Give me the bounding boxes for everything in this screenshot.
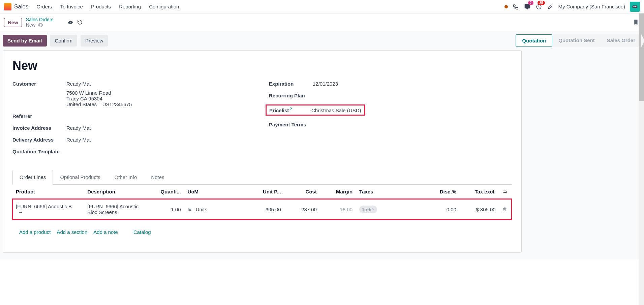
payment-terms-label: Payment Terms [269, 122, 313, 127]
app-icon [4, 3, 11, 10]
customer-addr1: 7500 W Linne Road [66, 90, 132, 96]
app-name: Sales [14, 3, 29, 10]
messages-icon[interactable]: 2 [524, 3, 531, 10]
cell-uom[interactable]: Units [184, 199, 220, 220]
order-lines-table: Product Description Quanti... UoM Unit P… [12, 185, 512, 244]
top-navigation: Sales Orders To Invoice Products Reporti… [0, 0, 644, 13]
add-product-link[interactable]: Add a product [19, 229, 51, 235]
col-quantity[interactable]: Quanti... [152, 185, 184, 199]
col-discount[interactable]: Disc.% [399, 185, 459, 199]
action-bar: Send by Email Confirm Preview Quotation … [3, 33, 641, 50]
menu-orders[interactable]: Orders [37, 4, 52, 9]
svg-rect-1 [633, 5, 638, 8]
quotation-template-label: Quotation Template [12, 149, 66, 154]
col-settings-icon[interactable] [499, 185, 512, 199]
scrollbar[interactable] [639, 13, 644, 260]
menu-configuration[interactable]: Configuration [149, 4, 179, 9]
add-section-link[interactable]: Add a section [57, 229, 87, 235]
undo-icon[interactable] [77, 20, 83, 25]
tax-tag[interactable]: 15% × [359, 206, 377, 213]
col-margin[interactable]: Margin [320, 185, 356, 199]
referrer-label: Referrer [12, 113, 66, 119]
breadcrumb-parent[interactable]: Sales Orders [26, 17, 54, 22]
tools-icon[interactable] [547, 3, 554, 10]
expiration-label: Expiration [269, 81, 313, 87]
customer-name: Ready Mat [66, 81, 132, 87]
preview-button[interactable]: Preview [81, 35, 108, 47]
help-icon[interactable]: ? [289, 107, 292, 111]
breadcrumb: Sales Orders New [26, 17, 54, 28]
invoice-address-value[interactable]: Ready Mat [66, 125, 91, 131]
tab-notes[interactable]: Notes [144, 170, 171, 184]
customer-value[interactable]: Ready Mat 7500 W Linne Road Tracy CA 953… [66, 81, 132, 107]
cell-delete[interactable] [499, 199, 512, 220]
menu-reporting[interactable]: Reporting [119, 4, 141, 9]
pricelist-label: Pricelist? [269, 107, 311, 113]
table-action-row: Add a product Add a section Add a note C… [12, 220, 512, 244]
col-product[interactable]: Product [12, 185, 84, 199]
cell-discount[interactable]: 0.00 [399, 199, 459, 220]
svg-point-3 [635, 6, 637, 7]
expiration-value[interactable]: 12/01/2023 [313, 81, 338, 87]
cell-product[interactable]: [FURN_6666] Acoustic B → [12, 199, 84, 220]
status-quotation[interactable]: Quotation [516, 34, 552, 47]
cell-quantity[interactable]: 1.00 [152, 199, 184, 220]
add-note-link[interactable]: Add a note [93, 229, 118, 235]
cell-description[interactable]: [FURN_6666] Acoustic Bloc Screens [84, 199, 152, 220]
company-selector[interactable]: My Company (San Francisco) [558, 4, 625, 9]
delivery-address-label: Delivery Address [12, 137, 66, 143]
catalog-link[interactable]: Catalog [133, 229, 151, 235]
col-cost[interactable]: Cost [284, 185, 320, 199]
col-uom[interactable]: UoM [184, 185, 220, 199]
col-taxes[interactable]: Taxes [356, 185, 399, 199]
status-quotation-sent[interactable]: Quotation Sent [552, 34, 601, 47]
tabs: Order Lines Optional Products Other Info… [12, 170, 512, 185]
cell-unit-price[interactable]: 305.00 [220, 199, 284, 220]
menu-products[interactable]: Products [91, 4, 111, 9]
status-sales-order[interactable]: Sales Order [601, 34, 641, 47]
table-header-row: Product Description Quanti... UoM Unit P… [12, 185, 512, 199]
breadcrumb-current-row: New [26, 22, 54, 28]
page-title: New [12, 59, 512, 73]
cell-cost[interactable]: 287.00 [284, 199, 320, 220]
customer-addr2: Tracy CA 95304 [66, 96, 132, 101]
delivery-address-value[interactable]: Ready Mat [66, 137, 91, 143]
confirm-button[interactable]: Confirm [50, 35, 78, 47]
activities-icon[interactable]: 35 [535, 3, 542, 10]
top-menu: Orders To Invoice Products Reporting Con… [37, 4, 179, 9]
phone-icon[interactable] [513, 3, 519, 10]
col-tax-excl[interactable]: Tax excl. [460, 185, 499, 199]
invoice-address-label: Invoice Address [12, 125, 66, 131]
trash-icon[interactable] [502, 207, 509, 212]
tab-other-info[interactable]: Other Info [108, 170, 144, 184]
table-action-links: Add a product Add a section Add a note C… [16, 224, 509, 240]
main-wrap: Send by Email Confirm Preview Quotation … [0, 31, 644, 260]
avatar[interactable] [630, 2, 640, 12]
arrow-right-icon[interactable]: → [18, 209, 23, 215]
cell-margin: 18.00 [320, 199, 356, 220]
form-left-column: Customer Ready Mat 7500 W Linne Road Tra… [12, 81, 255, 160]
col-description[interactable]: Description [84, 185, 152, 199]
messages-count: 2 [528, 1, 533, 5]
form-columns: Customer Ready Mat 7500 W Linne Road Tra… [12, 81, 512, 160]
scrollbar-thumb[interactable] [639, 13, 644, 101]
gear-icon[interactable] [38, 22, 43, 28]
remove-tax-icon[interactable]: × [372, 207, 374, 211]
new-button[interactable]: New [4, 18, 22, 27]
breadcrumb-current: New [26, 22, 35, 28]
tab-order-lines[interactable]: Order Lines [12, 170, 53, 185]
customer-addr3: United States – US12345675 [66, 101, 132, 107]
cell-taxes[interactable]: 15% × [356, 199, 399, 220]
cloud-save-icon[interactable] [68, 20, 73, 25]
menu-to-invoice[interactable]: To Invoice [60, 4, 83, 9]
pricelist-highlight: Pricelist? Christmas Sale (USD) [266, 104, 365, 116]
status-bar: Quotation Quotation Sent Sales Order [516, 34, 641, 47]
tab-optional-products[interactable]: Optional Products [53, 170, 107, 184]
table-row[interactable]: [FURN_6666] Acoustic B → [FURN_6666] Aco… [12, 199, 512, 220]
customer-label: Customer [12, 81, 66, 87]
recurring-plan-label: Recurring Plan [269, 93, 313, 98]
activities-count: 35 [538, 1, 545, 5]
col-unit-price[interactable]: Unit P... [220, 185, 284, 199]
send-by-email-button[interactable]: Send by Email [3, 35, 47, 47]
pricelist-value[interactable]: Christmas Sale (USD) [311, 108, 361, 113]
